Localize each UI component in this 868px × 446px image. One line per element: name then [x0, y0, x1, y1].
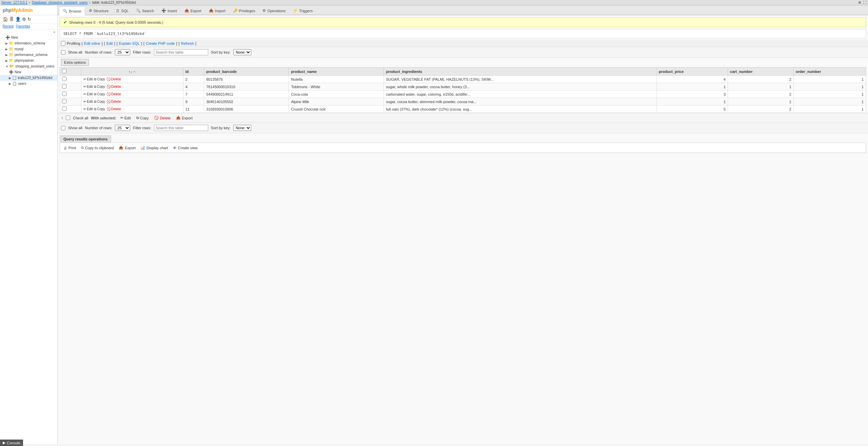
row-delete-btn[interactable]: 🚫 Delete: [106, 100, 121, 103]
tab-structure[interactable]: ⚙ Structure: [85, 6, 113, 15]
col-product-barcode[interactable]: product_barcode: [204, 67, 289, 76]
row-checkbox[interactable]: [62, 92, 66, 96]
sidebar-item-performance-schema[interactable]: ▶ 📁 performance_schema: [0, 52, 57, 58]
row-edit-btn[interactable]: ✏ Edit: [83, 92, 93, 96]
extra-options-btn[interactable]: Extra options: [61, 59, 89, 66]
sidebar-item-label: phpmyadmin: [15, 59, 34, 62]
with-selected-delete-btn[interactable]: 🚫 Delete: [153, 115, 172, 121]
row-delete-btn[interactable]: 🚫 Delete: [106, 92, 121, 96]
row-actions-cell: ✏ Edit ⧉ Copy 🚫 Delete: [81, 105, 183, 113]
tab-import[interactable]: 📥 Import: [205, 6, 229, 15]
create-php-link[interactable]: Create PHP code: [146, 41, 175, 45]
edit-inline-link[interactable]: Edit inline: [84, 41, 100, 45]
edit-link[interactable]: Edit: [106, 41, 113, 45]
show-all-checkbox-top[interactable]: [61, 50, 65, 55]
new-icon: ➕: [5, 35, 10, 40]
row-copy-btn[interactable]: ⧉ Copy: [94, 85, 105, 89]
col-id[interactable]: id: [183, 67, 204, 76]
row-delete-btn[interactable]: 🚫 Delete: [106, 77, 121, 81]
home-icon[interactable]: 🏠: [3, 17, 8, 22]
sort-by-select-bottom[interactable]: None: [233, 125, 251, 131]
console-bar[interactable]: ▶ Console: [0, 440, 23, 444]
col-order-number[interactable]: order_number: [793, 67, 866, 76]
col-product-ingredients[interactable]: product_ingredients: [384, 67, 657, 76]
search-input-top[interactable]: [154, 49, 208, 55]
expand-arrow: ▶: [9, 82, 11, 85]
collapse-arrow: ▼: [5, 65, 8, 68]
row-id: 2: [183, 76, 204, 83]
create-view-btn[interactable]: 👁 Create view: [173, 146, 198, 150]
row-edit-btn[interactable]: ✏ Edit: [83, 85, 93, 89]
search-input-bottom[interactable]: [154, 125, 208, 131]
tab-privileges[interactable]: 🔑 Privileges: [229, 6, 259, 15]
with-selected-edit-btn[interactable]: ✏ Edit: [119, 115, 132, 121]
col-product-name[interactable]: product_name: [289, 67, 384, 76]
copy-clipboard-btn[interactable]: ⧉ Copy to clipboard: [81, 146, 114, 150]
recent-link[interactable]: Recent: [3, 24, 14, 28]
tab-browse[interactable]: 🔍 Browse: [59, 6, 85, 15]
with-selected-export-btn[interactable]: 📤 Export: [175, 115, 194, 121]
col-product-price[interactable]: product_price: [656, 67, 728, 76]
sidebar-item-information-schema[interactable]: ▶ 📁 information_schema: [0, 40, 57, 46]
row-checkbox[interactable]: [62, 84, 66, 89]
show-all-checkbox-bottom[interactable]: [61, 126, 65, 130]
settings-icon[interactable]: ⚙: [858, 1, 861, 4]
sidebar-item-label: kutlu123_lt3*b1450zkd: [18, 76, 52, 80]
database-breadcrumb[interactable]: Database: shopping_assistant_users: [32, 1, 87, 4]
row-delete-btn[interactable]: 🚫 Delete: [106, 85, 121, 89]
profiling-checkbox[interactable]: [61, 41, 65, 45]
sort-by-select-top[interactable]: None: [233, 49, 251, 55]
display-chart-btn[interactable]: 📊 Display chart: [140, 146, 168, 150]
row-copy-btn[interactable]: ⧉ Copy: [94, 100, 105, 104]
row-checkbox[interactable]: [62, 106, 66, 111]
tab-operations[interactable]: ⚙ Operations: [259, 6, 289, 15]
row-order-number: 1: [793, 76, 866, 83]
fullscreen-icon[interactable]: ⛶: [863, 1, 867, 4]
sidebar-item-phpmyadmin[interactable]: ▶ 📁 phpmyadmin: [0, 58, 57, 63]
explain-sql-link[interactable]: Explain SQL: [119, 41, 140, 45]
db-icon[interactable]: 🗄: [9, 17, 14, 22]
collapse-sidebar-btn[interactable]: «: [0, 30, 57, 35]
row-name: Cruesli Chocolat noir: [289, 105, 384, 113]
export-btn[interactable]: 📤 Export: [119, 146, 136, 150]
sidebar-item-new2[interactable]: ➕ New: [0, 69, 57, 75]
refresh-link[interactable]: Refresh: [181, 41, 194, 45]
sidebar-item-kutlu123[interactable]: ▶ 📋 kutlu123_lt3*b1450zkd: [0, 75, 57, 81]
server-breadcrumb[interactable]: Server: 127.0.0.1: [1, 1, 27, 4]
user-icon[interactable]: 👤: [15, 17, 21, 22]
row-delete-btn[interactable]: 🚫 Delete: [106, 107, 121, 111]
tab-sql[interactable]: 🗒 SQL: [112, 6, 132, 15]
row-checkbox[interactable]: [62, 77, 66, 81]
with-selected-copy-btn[interactable]: ⧉ Copy: [135, 115, 150, 121]
table-row: ✏ Edit ⧉ Copy 🚫 Delete 11 3168930010906 …: [60, 105, 866, 113]
row-edit-btn[interactable]: ✏ Edit: [83, 107, 93, 111]
tab-export[interactable]: 📤 Export: [181, 6, 205, 15]
sidebar-item-shopping-assistant-users[interactable]: ▼ 📂 shopping_assistant_users: [0, 63, 57, 69]
row-checkbox[interactable]: [62, 99, 66, 103]
tab-triggers[interactable]: ⚡ Triggers: [289, 6, 316, 15]
row-actions-cell: ✏ Edit ⧉ Copy 🚫 Delete: [81, 98, 183, 105]
check-all-checkbox[interactable]: [66, 116, 70, 120]
refresh-icon[interactable]: ↻: [27, 17, 31, 22]
row-copy-btn[interactable]: ⧉ Copy: [94, 77, 105, 81]
row-edit-btn[interactable]: ✏ Edit: [83, 100, 93, 103]
col-cart-number[interactable]: cart_number: [728, 67, 794, 76]
row-edit-btn[interactable]: ✏ Edit: [83, 77, 93, 81]
sidebar-item-new[interactable]: ➕ New: [0, 35, 57, 40]
display-chart-label: Display chart: [146, 146, 168, 150]
tab-insert[interactable]: ➕ Insert: [158, 6, 181, 15]
favorites-link[interactable]: Favorites: [16, 24, 30, 28]
num-rows-select-top[interactable]: 25 50 100: [115, 49, 130, 55]
settings-icon2[interactable]: ⚙: [22, 17, 26, 22]
col-sort-arrows[interactable]: ↑↓→: [81, 67, 183, 76]
num-rows-select-bottom[interactable]: 25 50 100: [115, 125, 130, 131]
tab-search[interactable]: 🔍 Search: [132, 6, 158, 15]
row-copy-btn[interactable]: ⧉ Copy: [94, 92, 105, 96]
sidebar-item-mysql[interactable]: ▶ 📁 mysql: [0, 46, 57, 52]
print-btn[interactable]: 🖨 Print: [63, 146, 76, 150]
sidebar-item-users[interactable]: ▶ 📋 users: [0, 81, 57, 86]
row-copy-btn[interactable]: ⧉ Copy: [94, 107, 105, 111]
filter-bar-top: Show all Number of rows: 25 50 100 Filte…: [58, 47, 868, 58]
select-all-checkbox[interactable]: [62, 69, 66, 73]
row-order-number: 1: [793, 105, 866, 113]
